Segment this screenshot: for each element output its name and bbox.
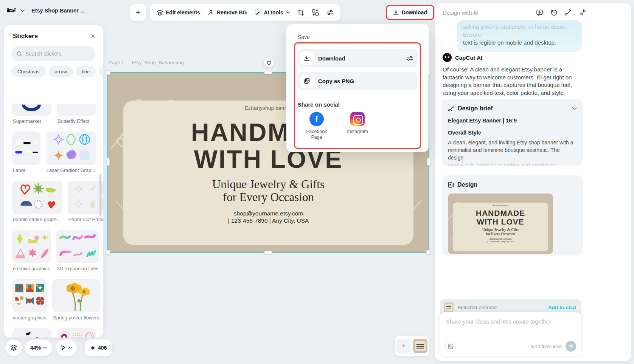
toolbar: Edit elements Remove BG AI tools (150, 4, 340, 21)
facebook-icon: f (309, 112, 324, 126)
replace-button[interactable] (312, 9, 319, 16)
chevron-down-icon (286, 11, 290, 14)
design-card[interactable]: Design Estatyshop banner HANDMADE WITH L… (442, 175, 583, 256)
sticker-pack[interactable]: Butterfly Effect (57, 104, 96, 128)
crop-button[interactable] (297, 9, 304, 16)
brief-icon (448, 105, 454, 112)
sticker-pack-thumbnail[interactable] (68, 181, 103, 214)
sticker-pack[interactable]: creative graphics (12, 230, 51, 275)
tag-circle[interactable]: circle (99, 66, 103, 77)
send-button[interactable] (566, 341, 576, 352)
rotate-handle[interactable] (264, 57, 274, 68)
selection-handle-right[interactable] (427, 158, 430, 166)
cursor-mode-button[interactable] (56, 339, 77, 356)
selection-handle-bottom-left[interactable] (106, 250, 110, 255)
tag-line[interactable]: line (76, 66, 96, 77)
chat-input[interactable] (446, 318, 575, 335)
sticker-pack[interactable]: Label (12, 132, 40, 177)
design-brief-card[interactable]: Design brief Elegant Etsy Banner | 16:9 … (442, 99, 583, 166)
share-instagram-button[interactable]: Instagram (343, 112, 372, 135)
sticker-pack-thumbnail[interactable] (46, 132, 96, 165)
banner-subtitle-line2[interactable]: for Every Occasion (223, 191, 314, 204)
page-number: Page 1 – (109, 60, 128, 65)
selection-handle-left[interactable] (107, 158, 110, 166)
brief-body-faded: uses a soft, warm color palette and mode… (448, 161, 577, 166)
sticker-pack-thumbnail[interactable] (12, 132, 40, 165)
banner-subtitle-line1[interactable]: Unique Jewelry & Gifts (212, 178, 325, 191)
remove-bg-icon (208, 9, 214, 16)
document-title[interactable]: Etsy Shop Banner ... (31, 8, 85, 14)
download-settings-icon[interactable] (406, 56, 413, 61)
sticker-pack-thumbnail[interactable] (12, 104, 51, 116)
zoom-level-value: 44% (30, 345, 41, 351)
selection-handle-bottom-right[interactable] (426, 250, 431, 255)
sticker-pack-thumbnail[interactable] (56, 230, 99, 263)
banner-brand-text[interactable]: Ezttattyshup banner (245, 105, 292, 111)
sticker-pack[interactable]: Laser Gradient Grap... (46, 132, 96, 177)
attach-image-button[interactable] (445, 341, 456, 352)
tag-christmas[interactable]: Christmas (11, 66, 46, 77)
banner-contact-line2[interactable]: | 123-456-7890 | Any City, USA (228, 217, 309, 224)
remove-bg-button[interactable]: Remove BG (208, 9, 247, 16)
sticker-pack[interactable]: vector graphics (12, 279, 47, 324)
sticker-pack[interactable]: Marker Graffiti (12, 328, 51, 338)
user-message-bubble: selling jewelry, stationery, or home dec… (457, 20, 582, 52)
sticker-pack[interactable]: Spring poster flowers (52, 279, 100, 324)
sticker-pack-thumbnail[interactable] (12, 328, 51, 338)
add-element-button[interactable]: + (130, 4, 146, 21)
capcut-logo-icon[interactable] (7, 7, 17, 14)
sticker-pack-thumbnail[interactable] (52, 279, 100, 312)
sticker-pack-thumbnail[interactable] (12, 181, 62, 214)
add-to-chat-button[interactable]: Add to chat (548, 305, 576, 310)
close-icon[interactable]: ✕ (90, 33, 95, 40)
sticker-pack[interactable]: Abstract vector (57, 328, 96, 338)
share-flow-icon[interactable] (565, 9, 572, 16)
credits-button[interactable]: 406 (85, 339, 112, 356)
sticker-tags: Christmas arrow line circle (4, 66, 103, 79)
download-button[interactable]: Download (386, 5, 434, 20)
selection-handle-top[interactable] (264, 71, 272, 74)
edit-elements-button[interactable]: Edit elements (157, 9, 200, 16)
sticker-pack[interactable]: 3D expansion lines (56, 230, 99, 275)
adjust-sliders-button[interactable] (326, 9, 334, 15)
collapse-panel-icon[interactable] (580, 9, 586, 16)
facebook-label: Facebook Page (302, 129, 331, 140)
sidebar-scrollbar[interactable] (99, 174, 101, 216)
remove-bg-label: Remove BG (217, 9, 247, 15)
sticker-pack[interactable]: Supermarket (12, 104, 51, 128)
preview-brand-text: Estatyshop banner (493, 204, 508, 206)
history-icon[interactable] (550, 9, 558, 16)
assistant-name: CapCut AI (455, 54, 482, 61)
instagram-icon (350, 112, 365, 126)
page-1-thumbnail[interactable] (413, 339, 427, 353)
search-input[interactable] (25, 51, 86, 57)
sticker-pack[interactable]: doodle stroke graphi... (12, 181, 62, 226)
new-chat-icon[interactable] (536, 9, 543, 16)
capcut-ai-avatar (443, 53, 452, 62)
selection-handle-bottom[interactable] (264, 251, 272, 254)
download-label: Download (402, 9, 427, 15)
popup-download-option[interactable]: Download (298, 49, 418, 67)
sticker-pack-thumbnail[interactable] (12, 279, 47, 312)
share-on-social-label: Share on social (298, 101, 340, 108)
layers-icon (157, 9, 163, 16)
chevron-down-icon[interactable] (572, 107, 577, 110)
layers-button[interactable] (5, 339, 22, 356)
sticker-pack-thumbnail[interactable] (57, 328, 96, 338)
popup-copy-png-option[interactable]: Copy as PNG (298, 72, 418, 90)
banner-contact-line1[interactable]: shop@yourname.etsy.com (234, 210, 303, 217)
tag-arrow[interactable]: arrow (49, 66, 73, 77)
sticker-pack-thumbnail[interactable] (12, 230, 51, 263)
stickers-panel: Stickers ✕ Christmas arrow line circle S… (4, 25, 103, 338)
zoom-level-button[interactable]: 44% (25, 339, 52, 356)
design-preview[interactable]: Estatyshop banner HANDMADE WITH LOVE Uni… (448, 194, 553, 254)
add-page-tile[interactable]: + (396, 339, 411, 353)
ai-tools-button[interactable]: AI tools (254, 9, 289, 16)
preview-heading-line1: HANDMADE (476, 209, 525, 217)
sticker-search[interactable] (11, 46, 95, 61)
selection-handle-top-left[interactable] (106, 70, 110, 75)
sticker-pack[interactable]: Paper-Cut Embossi... (68, 181, 103, 226)
share-facebook-button[interactable]: f Facebook Page (302, 112, 331, 140)
chevron-down-icon[interactable] (20, 9, 25, 12)
sticker-pack-thumbnail[interactable] (57, 104, 96, 116)
